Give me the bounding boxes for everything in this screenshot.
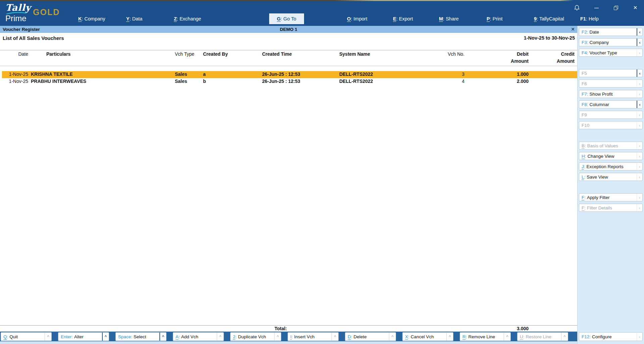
bottom-button-bar: Q: Quit ^ Enter: Alter ^ Space: Select ^… [0, 332, 577, 341]
button-hotkey: J [582, 164, 584, 169]
bottom-bar-button[interactable]: D: Delete ^ [345, 332, 396, 341]
sidebar-button[interactable]: F9: ‹ [579, 111, 643, 119]
button-label: Remove Line [468, 334, 495, 339]
bottom-bar-button[interactable]: R: Remove Line ^ [460, 332, 511, 341]
button-hotkey: D [348, 334, 351, 339]
menu-item[interactable]: G: Go To [269, 13, 304, 24]
close-report-icon[interactable]: ✕ [571, 26, 575, 33]
brand-script: Tally [5, 2, 31, 13]
close-window-button[interactable]: ✕ [633, 5, 638, 11]
column-header-debit-amount: Amount [478, 58, 529, 64]
bottom-bar-button[interactable]: U: Restore Line ^ [517, 332, 568, 341]
sidebar-button[interactable]: B: Basis of Values ‹ [579, 142, 643, 150]
sidebar-button[interactable]: J: Exception Reports ‹ [579, 162, 643, 170]
sidebar-button-f12-configure[interactable]: F12: Configure ‹ [579, 332, 643, 341]
sidebar-button[interactable]: F8: Columnar ‹ [579, 100, 643, 108]
expand-chevron-icon: ‹ [637, 80, 642, 87]
button-label: Select [134, 334, 146, 339]
button-colon: : [587, 92, 588, 97]
menu-item-label: Share [446, 16, 459, 21]
menu-item-key: F1 [580, 16, 586, 21]
menu-item-colon: : [537, 16, 538, 21]
restore-button[interactable] [613, 5, 618, 11]
menu-item-colon: : [396, 16, 398, 21]
cell-particulars: KRISHNA TEXTILE [31, 71, 73, 77]
expand-chevron-icon: ‹ [637, 121, 642, 129]
button-hotkey: F [582, 205, 584, 210]
cell-created-by: a [203, 71, 206, 77]
bottom-bar-button[interactable]: I: Insert Vch ^ [288, 332, 339, 341]
menu-item-label: Print [493, 16, 503, 21]
sidebar-button[interactable]: F: Filter Details ‹ [579, 204, 643, 212]
button-hotkey: R [462, 334, 466, 339]
button-colon: : [131, 334, 132, 339]
bottom-bar-button[interactable]: A: Add Vch ^ [173, 332, 224, 341]
button-hotkey: F [582, 195, 584, 200]
button-colon: : [585, 154, 586, 159]
button-label: Columnar [590, 102, 609, 107]
menu-item-key: M [439, 16, 443, 21]
expand-chevron-icon: ‹ [637, 111, 642, 118]
sidebar-button[interactable]: F3: Company ‹ [579, 38, 643, 46]
sidebar-button[interactable]: F: Apply Filter ‹ [579, 193, 643, 201]
button-hotkey: F4 [582, 50, 587, 55]
menu-item[interactable]: 9: TallyCapital [534, 13, 564, 24]
menu-item[interactable]: P: Print [487, 13, 503, 24]
menu-item[interactable]: Y: Data [126, 13, 142, 24]
sidebar-button[interactable]: F6: ‹ [579, 80, 643, 88]
collapse-caret-icon: ^ [332, 333, 338, 341]
list-title: List of All Sales Vouchers [3, 35, 64, 41]
menu-item-colon: : [177, 16, 178, 21]
voucher-row[interactable]: 1-Nov-25 KRISHNA TEXTILE Sales a 26-Jun-… [0, 71, 577, 78]
bottom-bar-button[interactable]: Enter: Alter ^ [58, 332, 109, 341]
minimize-button[interactable] [594, 5, 599, 11]
cell-vch-no: 4 [431, 79, 464, 84]
button-hotkey: F2 [582, 30, 587, 35]
cell-date: 1-Nov-25 [0, 79, 28, 84]
sidebar-button[interactable]: F2: Date ‹ [579, 28, 643, 36]
sidebar-button[interactable]: F10: ‹ [579, 121, 643, 129]
top-menu-bar: Tally Prime GOLD K: Company Y: Data Z: E… [0, 1, 644, 26]
button-label: Duplicate Vch [238, 334, 266, 339]
notification-bell-icon[interactable] [574, 5, 580, 11]
collapse-caret-icon: ^ [446, 333, 453, 341]
expand-chevron-icon: ‹ [637, 69, 642, 77]
bottom-bar-button[interactable]: X: Cancel Vch ^ [402, 332, 453, 341]
expand-chevron-icon: ‹ [637, 194, 642, 201]
button-label: Restore Line [526, 334, 552, 339]
button-hotkey: U [520, 334, 523, 339]
sidebar-button[interactable]: F7: Show Profit ‹ [579, 90, 643, 98]
sidebar-button[interactable]: L: Save View ‹ [579, 173, 643, 181]
voucher-row[interactable]: 1-Nov-25 PRABHU INTERWEAVES Sales b 26-J… [0, 78, 577, 85]
menu-item[interactable]: O: Import [347, 13, 367, 24]
button-colon: : [587, 102, 588, 107]
button-colon: : [584, 164, 585, 169]
sidebar-button[interactable]: F4: Voucher Type ‹ [579, 49, 643, 57]
sidebar-button[interactable]: F5: ‹ [579, 69, 643, 77]
bottom-strip [0, 341, 577, 344]
column-header-date: Date [0, 51, 28, 57]
menu-item[interactable]: E: Export [393, 13, 413, 24]
divider [0, 325, 577, 326]
bottom-bar-button[interactable]: Space: Select ^ [115, 332, 166, 341]
menu-item[interactable]: K: Company [78, 13, 105, 24]
menu-item-key: Z [174, 16, 177, 21]
menu-item[interactable]: Z: Exchange [174, 13, 201, 24]
menu-item[interactable]: M: Share [439, 13, 459, 24]
button-hotkey: Q [3, 334, 7, 339]
button-hotkey: F7 [582, 92, 587, 97]
bottom-bar-button[interactable]: 2: Duplicate Vch ^ [230, 332, 281, 341]
menu-item[interactable]: F1: Help [580, 13, 599, 24]
total-label: Total: [220, 326, 287, 331]
bottom-bar-button[interactable]: Q: Quit ^ [1, 332, 52, 341]
button-label: Insert Vch [294, 334, 315, 339]
expand-chevron-icon: ‹ [637, 90, 642, 98]
button-colon: : [292, 334, 293, 339]
sidebar-button[interactable]: H: Change View ‹ [579, 152, 643, 160]
menu-item-label: Import [353, 16, 367, 21]
button-hotkey: A [176, 334, 179, 339]
top-menu: K: Company Y: Data Z: Exchange G: Go To … [0, 13, 644, 24]
expand-chevron-icon: ‹ [637, 204, 642, 211]
button-label: Delete [354, 334, 367, 339]
button-hotkey: Space [118, 334, 131, 339]
